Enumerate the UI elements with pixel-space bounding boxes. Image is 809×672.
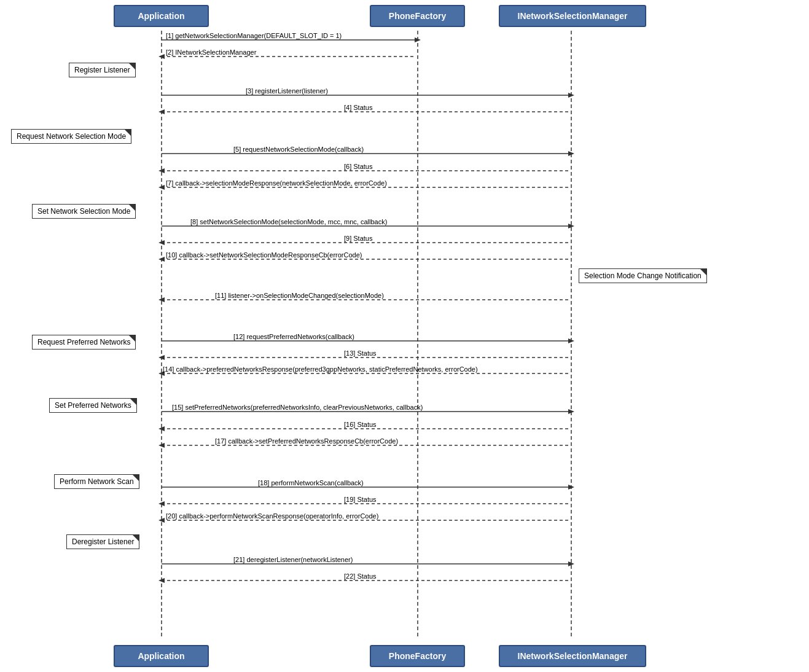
svg-marker-22	[158, 257, 165, 262]
note-perform-network-scan: Perform Network Scan	[54, 474, 139, 489]
note-register-listener: Register Listener	[69, 63, 136, 77]
actor-phonefactory-top: PhoneFactory	[370, 5, 465, 27]
actor-application-top: Application	[114, 5, 209, 27]
svg-marker-46	[158, 578, 165, 583]
msg-21-label: [21] deregisterListener(networkListener)	[233, 556, 353, 563]
svg-marker-32	[568, 409, 574, 414]
msg-10-label: [10] callback->setNetworkSelectionModeRe…	[166, 251, 362, 259]
actor-nsm-bottom: INetworkSelectionManager	[499, 645, 646, 667]
svg-marker-42	[158, 518, 165, 523]
msg-22-label: [22] Status	[344, 572, 377, 580]
note-selection-mode-change: Selection Mode Change Notification	[579, 268, 707, 283]
msg-18-label: [18] performNetworkScan(callback)	[258, 479, 364, 486]
msg-7-label: [7] callback->selectionModeResponse(netw…	[166, 179, 387, 187]
svg-marker-26	[568, 338, 574, 343]
msg-2-label: [2] INetworkSelectionManager	[166, 49, 256, 56]
svg-marker-12	[568, 151, 574, 156]
sequence-diagram: Application PhoneFactory INetworkSelecti…	[0, 0, 809, 672]
actor-phonefactory-bottom: PhoneFactory	[370, 645, 465, 667]
msg-5-label: [5] requestNetworkSelectionMode(callback…	[233, 146, 364, 153]
msg-12-label: [12] requestPreferredNetworks(callback)	[233, 333, 354, 340]
msg-15-label: [15] setPreferredNetworks(preferredNetwo…	[172, 404, 423, 411]
actor-nsm-top: INetworkSelectionManager	[499, 5, 646, 27]
svg-marker-20	[158, 240, 165, 245]
svg-marker-28	[158, 355, 165, 360]
note-request-network-selection: Request Network Selection Mode	[11, 129, 131, 144]
note-deregister-listener: Deregister Listener	[66, 534, 139, 549]
svg-marker-38	[568, 485, 574, 490]
svg-marker-16	[158, 185, 165, 190]
svg-marker-24	[158, 297, 165, 302]
note-request-preferred-networks: Request Preferred Networks	[32, 335, 136, 350]
svg-marker-14	[158, 168, 165, 173]
svg-marker-6	[158, 54, 165, 59]
note-set-preferred-networks: Set Preferred Networks	[49, 398, 137, 413]
msg-16-label: [16] Status	[344, 421, 377, 428]
msg-3-label: [3] registerListener(listener)	[246, 87, 328, 95]
msg-17-label: [17] callback->setPreferredNetworksRespo…	[215, 437, 398, 445]
svg-marker-10	[158, 109, 165, 114]
svg-marker-4	[415, 37, 421, 42]
svg-marker-34	[158, 426, 165, 431]
note-set-network-selection: Set Network Selection Mode	[32, 204, 136, 219]
msg-13-label: [13] Status	[344, 350, 377, 357]
svg-marker-44	[568, 561, 574, 566]
msg-19-label: [19] Status	[344, 496, 377, 503]
msg-14-label: [14] callback->preferredNetworksResponse…	[163, 365, 478, 373]
msg-8-label: [8] setNetworkSelectionMode(selectionMod…	[190, 218, 387, 225]
svg-marker-36	[158, 443, 165, 448]
msg-11-label: [11] listener->onSelectionModeChanged(se…	[215, 292, 384, 299]
svg-marker-18	[568, 224, 574, 229]
actor-application-bottom: Application	[114, 645, 209, 667]
svg-marker-40	[158, 501, 165, 506]
msg-1-label: [1] getNetworkSelectionManager(DEFAULT_S…	[166, 32, 342, 39]
msg-4-label: [4] Status	[344, 104, 372, 111]
svg-marker-8	[568, 93, 574, 98]
msg-20-label: [20] callback->performNetworkScanRespons…	[166, 512, 378, 520]
msg-6-label: [6] Status	[344, 163, 372, 170]
msg-9-label: [9] Status	[344, 235, 372, 242]
